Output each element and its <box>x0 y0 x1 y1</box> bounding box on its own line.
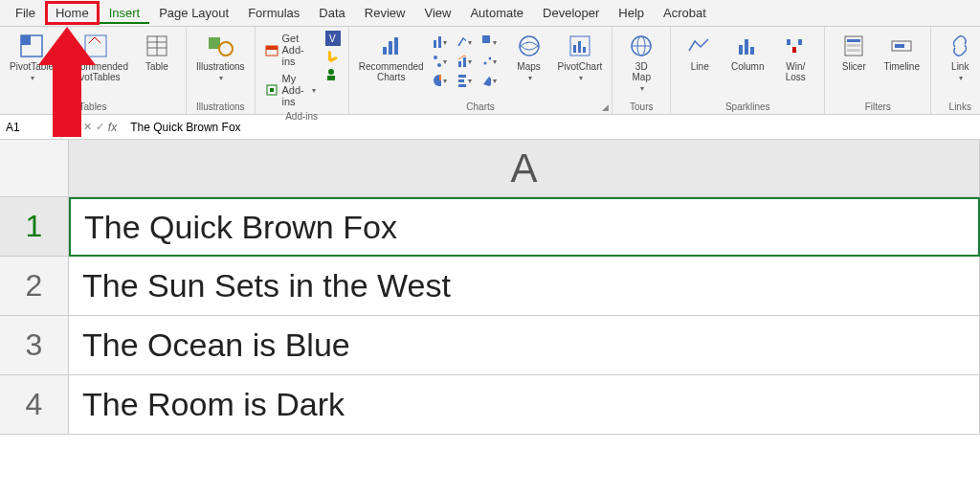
pivotchart-icon <box>567 33 593 59</box>
pivotchart-button[interactable]: PivotChart▾ <box>556 31 605 84</box>
tab-review[interactable]: Review <box>355 2 415 24</box>
tab-view[interactable]: View <box>414 2 460 24</box>
svg-marker-59 <box>38 27 96 137</box>
combo-chart-icon[interactable]: ▾ <box>457 54 472 69</box>
get-addins-button[interactable]: Get Add-ins <box>263 31 318 69</box>
timeline-icon <box>888 33 915 59</box>
sparkline-column-icon <box>734 33 761 59</box>
sparkline-column-button[interactable]: Column <box>726 31 768 74</box>
3dmap-button[interactable]: 3D Map▾ <box>620 31 662 95</box>
tab-formulas[interactable]: Formulas <box>238 2 309 24</box>
svg-point-28 <box>437 63 441 67</box>
illustrations-button[interactable]: Illustrations▾ <box>194 31 247 84</box>
bar-chart-icon[interactable]: ▾ <box>457 73 472 88</box>
line-chart-icon[interactable]: ▾ <box>457 34 472 50</box>
svg-rect-54 <box>847 39 860 42</box>
row-header-2[interactable]: 2 <box>0 257 69 316</box>
chevron-down-icon: ▾ <box>312 86 316 95</box>
select-all-corner[interactable] <box>0 140 69 196</box>
chevron-down-icon: ▾ <box>640 84 644 93</box>
formula-bar: A1 ▾ | ✕ ✓ fx <box>0 115 980 140</box>
svg-rect-50 <box>787 39 791 45</box>
scatter-chart-icon[interactable]: ▾ <box>481 54 497 69</box>
tab-file[interactable]: File <box>6 2 45 24</box>
cell-a3[interactable]: The Ocean is Blue <box>69 316 980 375</box>
row-header-1[interactable]: 1 <box>0 197 69 257</box>
group-addins: Get Add-ins My Add-ins▾ V Add-ins <box>256 27 349 114</box>
svg-rect-20 <box>434 40 436 48</box>
group-sparklines: Line Column Win/ Loss Sparklines <box>671 27 825 114</box>
svg-rect-10 <box>266 46 278 50</box>
timeline-button[interactable]: Timeline <box>880 31 923 74</box>
svg-rect-19 <box>394 37 398 55</box>
svg-rect-30 <box>463 57 466 67</box>
map-icon <box>516 33 543 59</box>
tab-acrobat[interactable]: Acrobat <box>654 2 716 24</box>
sparkline-line-button[interactable]: Line <box>679 31 721 74</box>
visio-icon[interactable]: V <box>325 31 341 46</box>
table-button[interactable]: Table <box>136 31 178 74</box>
slicer-button[interactable]: Slicer <box>833 31 875 74</box>
fx-icon[interactable]: fx <box>108 121 117 134</box>
group-illustrations: Illustrations▾ Illustrations <box>187 27 256 114</box>
svg-marker-38 <box>483 77 491 86</box>
sparkline-winloss-icon <box>782 33 809 59</box>
tab-page-layout[interactable]: Page Layout <box>149 2 238 24</box>
link-icon <box>947 33 973 59</box>
addins-icon <box>265 82 278 98</box>
store-icon <box>265 42 278 57</box>
link-button[interactable]: Link▾ <box>939 31 980 84</box>
svg-point-39 <box>520 36 539 56</box>
tab-home[interactable]: Home <box>45 1 100 25</box>
group-tours: 3D Map▾ Tours <box>612 27 671 114</box>
tab-help[interactable]: Help <box>609 2 654 24</box>
cell-a2[interactable]: The Sun Sets in the West <box>69 257 980 316</box>
group-links: Link▾ Links <box>931 27 980 114</box>
chart-icon <box>378 33 405 59</box>
enter-icon[interactable]: ✓ <box>96 121 104 133</box>
bing-icon[interactable] <box>325 49 341 64</box>
row-header-3[interactable]: 3 <box>0 316 69 375</box>
svg-rect-52 <box>798 39 802 45</box>
svg-rect-36 <box>458 79 464 82</box>
hierarchy-chart-icon[interactable]: ▾ <box>432 54 447 69</box>
cell-a4[interactable]: The Room is Dark <box>69 375 980 435</box>
maps-button[interactable]: Maps▾ <box>508 31 550 84</box>
tab-developer[interactable]: Developer <box>533 2 609 24</box>
svg-rect-49 <box>750 47 754 55</box>
svg-point-26 <box>434 56 437 59</box>
chevron-down-icon: ▾ <box>31 74 34 82</box>
cell-a1[interactable]: The Quick Brown Fox <box>69 197 980 257</box>
svg-rect-42 <box>578 41 581 53</box>
tab-data[interactable]: Data <box>309 2 354 24</box>
tab-insert[interactable]: Insert <box>100 2 150 24</box>
svg-rect-56 <box>847 49 860 52</box>
tab-automate[interactable]: Automate <box>460 2 533 24</box>
chevron-down-icon: ▾ <box>528 74 532 82</box>
svg-point-31 <box>483 62 486 65</box>
dialog-launcher-icon[interactable]: ◢ <box>602 102 609 112</box>
column-header-a[interactable]: A <box>69 140 980 196</box>
people-icon[interactable] <box>325 67 341 82</box>
pie-chart-icon[interactable]: ▾ <box>432 73 447 88</box>
my-addins-button[interactable]: My Add-ins▾ <box>263 71 318 109</box>
surface-chart-icon[interactable]: ▾ <box>481 73 497 88</box>
svg-rect-7 <box>209 37 220 49</box>
formula-input[interactable] <box>122 121 980 134</box>
chevron-down-icon: ▾ <box>219 74 223 82</box>
column-chart-icon[interactable]: ▾ <box>432 34 447 50</box>
row-header-4[interactable]: 4 <box>0 375 69 435</box>
svg-rect-58 <box>895 44 904 48</box>
svg-rect-37 <box>458 84 466 87</box>
recommended-charts-button[interactable]: Recommended Charts <box>357 31 426 84</box>
svg-rect-21 <box>438 36 441 48</box>
group-charts: Recommended Charts ▾ ▾ ▾ ▾ ▾ ▾ ▾ ▾ ▾ Map… <box>349 27 613 114</box>
group-filters: Slicer Timeline Filters <box>825 27 931 114</box>
chevron-down-icon: ▾ <box>579 74 583 82</box>
slicer-icon <box>840 33 867 59</box>
treemap-icon[interactable]: ▾ <box>481 34 497 50</box>
sparkline-winloss-button[interactable]: Win/ Loss <box>774 31 816 84</box>
annotation-arrow <box>38 27 96 137</box>
svg-rect-17 <box>383 47 387 55</box>
svg-rect-51 <box>792 47 796 53</box>
